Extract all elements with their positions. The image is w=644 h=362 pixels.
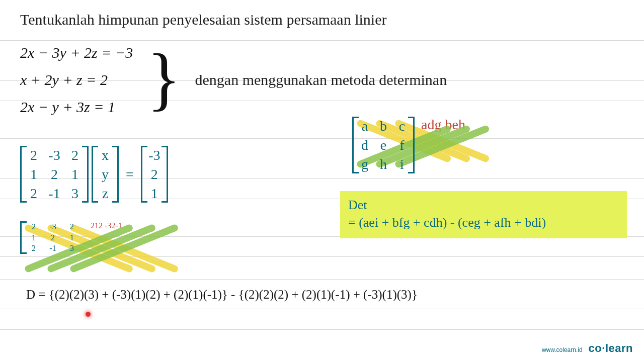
sarrus-ref-matrix: adg beh cfi — [352, 117, 415, 173]
det-label: Det — [348, 196, 619, 214]
det-expression: = (aei + bfg + cdh) - (ceg + afh + bdi) — [348, 214, 619, 231]
footer-branding: www.colearn.id co·learn — [542, 342, 633, 355]
brand-url: www.colearn.id — [542, 346, 583, 353]
variable-vector: xyz — [92, 146, 119, 203]
sarrus-extension-columns: 212 -32-1 — [91, 221, 122, 230]
sarrus-base-matrix: 212 -32-1 213 — [20, 221, 86, 254]
coefficient-matrix: 212 -32-1 213 — [20, 146, 89, 203]
equation-system: 2x − 3y + 2z = −3 x + 2y + z = 2 2x − y … — [20, 39, 133, 121]
laser-pointer-icon — [86, 312, 91, 317]
equation-2: x + 2y + z = 2 — [20, 66, 133, 94]
equals-sign: = — [126, 166, 134, 183]
method-label: dengan menggunakan metoda determinan — [195, 71, 447, 88]
determinant-formula-box: Det = (aei + bfg + cdh) - (ceg + afh + b… — [340, 191, 627, 238]
matrix-equation: 212 -32-1 213 xyz = -321 — [20, 146, 168, 203]
sarrus-reference: adg beh cfi adg beh — [352, 117, 465, 173]
sarrus-ref-extension: adg beh — [421, 117, 465, 133]
brand-logo: co·learn — [589, 342, 633, 355]
equation-1: 2x − 3y + 2z = −3 — [20, 39, 133, 66]
page-title: Tentukanlah himpunan penyelesaian sistem… — [20, 11, 624, 28]
determinant-calculation: D = {(2)(2)(3) + (-3)(1)(2) + (2)(1)(-1)… — [26, 288, 418, 302]
system-of-equations: 2x − 3y + 2z = −3 x + 2y + z = 2 2x − y … — [20, 39, 624, 121]
equation-3: 2x − y + 3z = 1 — [20, 94, 133, 121]
constant-vector: -321 — [141, 146, 168, 203]
sarrus-expansion-main: 212 -32-1 213 212 -32-1 — [20, 221, 122, 254]
curly-brace-icon: } — [147, 47, 181, 110]
